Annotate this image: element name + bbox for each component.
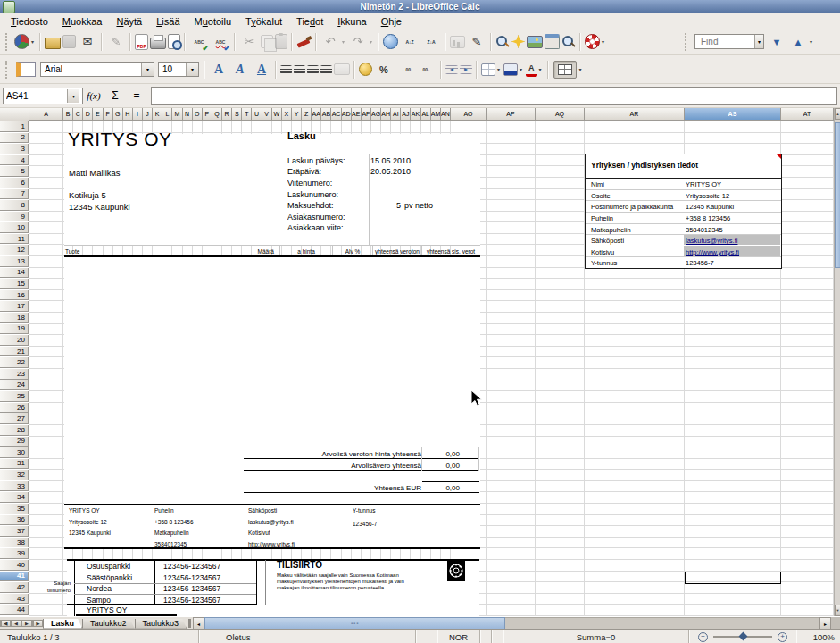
footer-phone[interactable]: +358 8 123456 (154, 517, 194, 527)
font-size-combo[interactable]: 10 ▾ (158, 62, 199, 77)
bank-name[interactable]: Sampo (87, 596, 111, 605)
column-header-AJ[interactable]: AJ (401, 108, 411, 121)
toggle-grid-lines-icon[interactable] (553, 61, 577, 79)
column-header-P[interactable]: P (203, 108, 212, 121)
column-header-AH[interactable]: AH (381, 108, 391, 121)
column-header-E[interactable]: E (93, 108, 103, 121)
hscroll-left-icon[interactable]: ◂ (193, 617, 204, 630)
find-and-replace-icon[interactable] (495, 35, 510, 49)
row-header-25[interactable]: 25 (0, 391, 29, 402)
insert-mode[interactable]: NOR (437, 630, 480, 643)
open-icon[interactable] (45, 38, 61, 49)
borders-icon[interactable] (481, 63, 495, 76)
footer-address[interactable]: Yritysosoite 12 (69, 517, 107, 527)
column-header-N[interactable]: N (183, 108, 193, 121)
horizontal-scroll-thumb[interactable]: ▪▪▪ (204, 617, 505, 630)
font-color-icon[interactable]: A (526, 62, 537, 77)
invoice-recipient-line[interactable]: Matti Mallikas (69, 168, 121, 178)
column-header-M[interactable]: M (172, 108, 182, 121)
decrease-indent-icon[interactable]: ◂ (445, 65, 458, 74)
column-header-X[interactable]: X (282, 108, 292, 121)
find-dropdown-icon[interactable]: ▾ (754, 35, 763, 48)
column-header-AO[interactable]: AO (451, 108, 487, 121)
column-header-W[interactable]: W (272, 108, 282, 121)
bank-name[interactable]: Nordea (87, 584, 112, 594)
bank-account[interactable]: 123456-1234567 (163, 596, 220, 605)
invoice-recipient-line[interactable]: 12345 Kaupunki (69, 202, 130, 212)
navigator-icon[interactable] (511, 35, 525, 48)
row-header-31[interactable]: 31 (0, 459, 29, 470)
new-document-dropdown-icon[interactable]: ▾ (29, 32, 37, 52)
name-box-dropdown-icon[interactable]: ▾ (67, 89, 79, 103)
help-icon[interactable] (585, 34, 600, 49)
add-decimal-place-icon[interactable]: →.00 (395, 60, 415, 79)
row-header-43[interactable]: 43 (0, 594, 29, 605)
italic-icon[interactable]: A (230, 60, 250, 79)
sort-ascending-icon[interactable]: A↓Z (400, 32, 420, 52)
column-header-U[interactable]: U (252, 108, 262, 121)
print-icon[interactable] (150, 38, 166, 49)
row-header-15[interactable]: 15 (0, 279, 29, 289)
column-header-J[interactable]: J (143, 108, 153, 121)
row-header-23[interactable]: 23 (0, 369, 29, 380)
spreadsheet-grid[interactable]: YRITYS OY Lasku TILISIIRTO Maksu (29, 121, 834, 616)
info-value-link[interactable]: laskutus@yritys.fi (686, 236, 737, 246)
zoom-in-icon[interactable]: + (778, 632, 787, 642)
giro-title[interactable]: TILISIIRTO (277, 560, 322, 570)
formula-input[interactable] (151, 87, 837, 105)
merge-cells-icon[interactable] (334, 63, 350, 75)
row-header-21[interactable]: 21 (0, 347, 29, 357)
toolbar-grip[interactable] (5, 33, 10, 51)
column-header-L[interactable]: L (162, 108, 172, 121)
clone-formatting-icon[interactable] (296, 35, 312, 49)
row-header-34[interactable]: 34 (0, 492, 29, 503)
find-input[interactable] (699, 36, 754, 47)
row-header-7[interactable]: 7 (0, 189, 29, 200)
column-header-AN[interactable]: AN (441, 108, 451, 121)
undo-icon[interactable]: ↶ (320, 32, 340, 52)
find-toolbar-grip[interactable] (685, 33, 689, 51)
column-header-AT[interactable]: AT (781, 108, 834, 121)
first-sheet-icon[interactable]: ◀ (0, 620, 11, 627)
find-next-icon[interactable]: ▼ (767, 32, 786, 52)
redo-dropdown-icon[interactable]: ▾ (367, 32, 375, 52)
row-header-18[interactable]: 18 (0, 313, 29, 323)
row-header-44[interactable]: 44 (0, 605, 29, 615)
save-icon[interactable] (62, 35, 76, 48)
menu-ikkuna[interactable]: Ikkuna (330, 15, 373, 28)
scroll-down-icon[interactable]: ▼ (835, 605, 840, 616)
row-header-36[interactable]: 36 (0, 515, 29, 526)
item-table-header[interactable]: Tuote (65, 246, 137, 256)
row-header-20[interactable]: 20 (0, 335, 29, 346)
find-previous-icon[interactable]: ▲ (788, 32, 808, 52)
column-header-S[interactable]: S (232, 108, 242, 121)
undo-dropdown-icon[interactable]: ▾ (339, 32, 347, 52)
font-color-dropdown-icon[interactable]: ▾ (536, 60, 545, 79)
previous-sheet-icon[interactable]: ◀ (11, 620, 21, 627)
invoice-field-label[interactable]: Asiakkaan viite: (287, 223, 344, 233)
column-header-C[interactable]: C (73, 108, 83, 121)
column-header-K[interactable]: K (153, 108, 162, 121)
row-header-19[interactable]: 19 (0, 324, 29, 335)
page-style[interactable]: Oletus (199, 630, 416, 643)
underline-icon[interactable]: A (252, 60, 271, 79)
row-header-37[interactable]: 37 (0, 526, 29, 537)
auto-spellcheck-icon[interactable]: ABC (211, 32, 230, 52)
info-value-link[interactable]: http://www.yritys.fi (686, 247, 739, 257)
column-header-G[interactable]: G (113, 108, 123, 121)
delete-decimal-place-icon[interactable]: .00← (417, 60, 437, 79)
invoice-field-label[interactable]: Laskun päiväys: (287, 156, 345, 166)
footer-address[interactable]: 12345 Kaupunki (69, 528, 111, 538)
column-header-AB[interactable]: AB (321, 108, 331, 121)
totals-value[interactable]: 0,00 (422, 461, 460, 471)
row-header-29[interactable]: 29 (0, 437, 29, 447)
export-pdf-icon[interactable]: PDF (135, 34, 148, 50)
vertical-scrollbar[interactable]: ▲ ▼ (834, 108, 840, 616)
item-table-header[interactable]: Määrä (231, 246, 274, 256)
sort-descending-icon[interactable]: Z↓A (421, 32, 441, 52)
column-header-B[interactable]: B (63, 108, 73, 121)
toolbar-options-icon[interactable]: ▾ (599, 32, 607, 52)
zoom-out-icon[interactable]: − (698, 632, 708, 642)
row-header-35[interactable]: 35 (0, 504, 29, 514)
footer-phone[interactable]: 3584012345 (154, 539, 187, 549)
